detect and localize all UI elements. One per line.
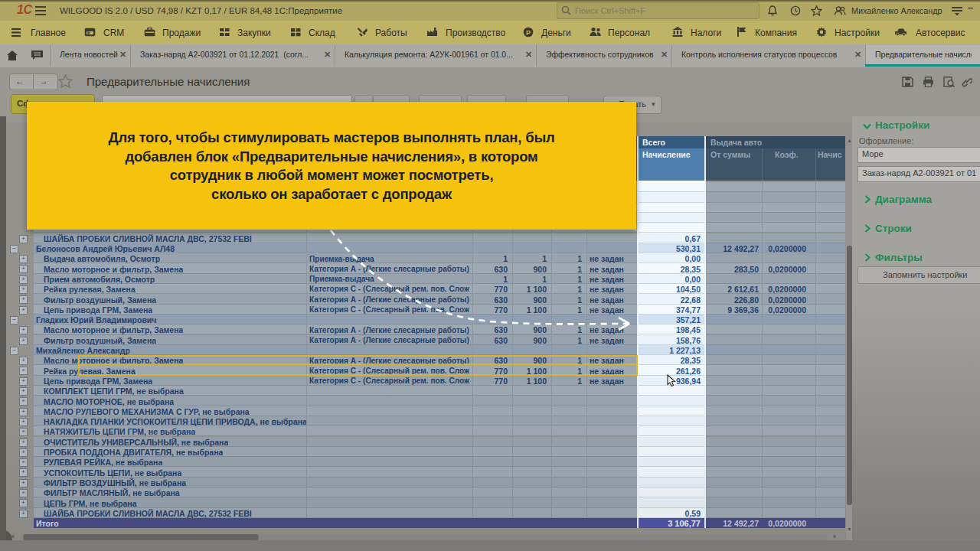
svg-text:Р: Р [526, 29, 531, 37]
